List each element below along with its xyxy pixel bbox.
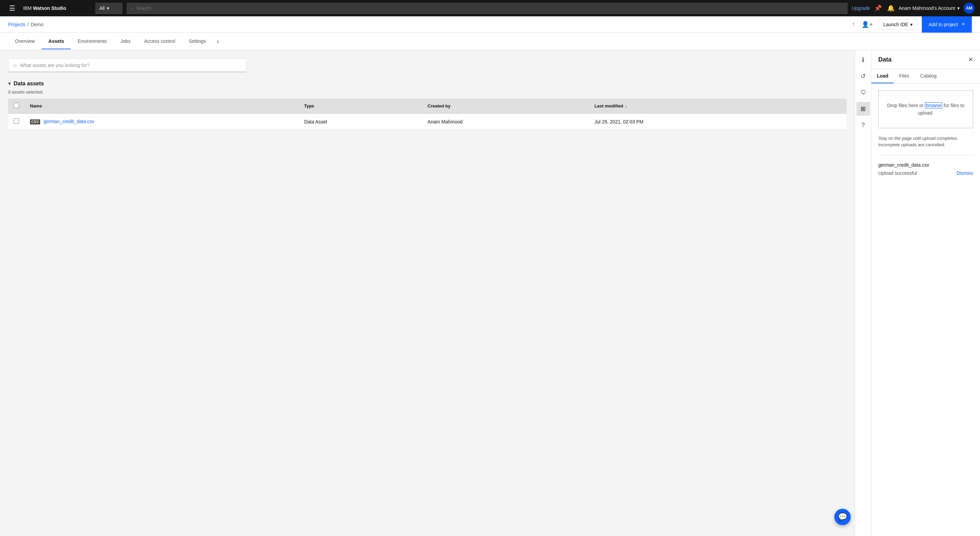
side-icon-bar: ℹ ↺ 🗨 ⊞ ? [855,50,871,536]
main-tabs: Overview Assets Environments Jobs Access… [0,33,980,50]
plus-icon: + [961,21,965,28]
add-collaborator-button[interactable]: 👤+ [860,19,874,30]
asset-search-input[interactable] [20,63,241,68]
sub-header: Projects / Demo ↑ 👤+ Launch IDE ▾ Add to… [0,16,980,33]
data-panel: Data ✕ Load Files Catalog Drop files her… [871,50,980,536]
tab-jobs[interactable]: Jobs [114,34,137,49]
global-search[interactable]: ⌕ [127,3,848,14]
top-navigation: ☰ IBM Watson Studio All ▾ ⌕ Upgrade 📌 🔔 … [0,0,980,16]
select-all-header [8,98,24,114]
table-row: CSV german_credit_data.csv Data Asset An… [8,114,846,130]
breadcrumb-separator: / [27,22,29,27]
assets-table: Name Type Created by Last modified ↓ [8,98,846,130]
notification-icon[interactable]: 🔔 [887,5,894,12]
upgrade-button[interactable]: Upgrade [852,5,870,11]
uploaded-filename: german_credit_data.csv [878,162,973,168]
add-to-project-button[interactable]: Add to project + [922,16,972,33]
row-actions-cell [807,114,847,130]
breadcrumb-current: Demo [30,22,43,27]
uploaded-file-section: german_credit_data.csv Upload successful… [878,162,973,176]
chevron-down-icon: ▾ [957,5,959,11]
chevron-down-icon: ▾ [910,22,913,27]
dismiss-button[interactable]: Dismiss [956,170,973,176]
account-name: Anam Mahmood's Account [899,5,955,11]
search-icon: ⌕ [130,5,134,11]
account-menu[interactable]: Anam Mahmood's Account ▾ [899,5,959,11]
panel-header: Data ✕ [872,50,980,69]
grid-icon-button[interactable]: ⊞ [856,102,870,116]
section-title: Data assets [14,81,44,87]
panel-tab-files[interactable]: Files [894,69,915,83]
nav-icons: 📌 🔔 [874,5,894,12]
info-icon-button[interactable]: ℹ [856,53,870,67]
csv-badge: CSV [30,119,40,124]
chat-icon: 💬 [838,512,847,522]
help-icon-button[interactable]: ? [856,118,870,132]
asset-search-container[interactable]: ⌕ [8,59,247,72]
all-dropdown[interactable]: All ▾ [95,3,123,14]
launch-ide-button[interactable]: Launch IDE ▾ [878,19,918,30]
sub-header-actions: ↑ 👤+ Launch IDE ▾ Add to project + [850,16,972,33]
app-name: IBM Watson Studio [23,5,66,11]
file-link[interactable]: german_credit_data.csv [43,119,94,124]
tab-access-control[interactable]: Access control [137,34,182,49]
row-last-modified-cell: Jul 29, 2021, 02:03 PM [589,114,807,130]
upload-note: Stay on the page until upload completes.… [878,135,973,155]
avatar[interactable]: AM [964,3,975,14]
main-layout: ⌕ ▾ Data assets 0 assets selected. Name [0,50,980,536]
chevron-down-icon: ▾ [107,5,109,11]
select-all-checkbox[interactable] [14,103,19,108]
tab-settings[interactable]: Settings [182,34,213,49]
hamburger-menu-button[interactable]: ☰ [5,2,19,15]
data-assets-section-header: ▾ Data assets [8,80,846,87]
col-created-by: Created by [422,98,589,114]
breadcrumb: Projects / Demo [8,22,846,27]
row-created-by-cell: Anam Mahmood [422,114,589,130]
assets-count: 0 assets selected. [8,89,846,95]
row-checkbox[interactable] [14,118,19,124]
panel-title: Data [878,56,891,63]
app-brand: IBM Watson Studio [23,5,91,11]
upload-status: Upload successful [878,170,917,176]
search-icon: ⌕ [13,62,17,68]
col-name: Name [24,98,299,114]
panel-close-button[interactable]: ✕ [968,56,973,63]
floating-chat-button[interactable]: 💬 [834,509,851,525]
col-last-modified: Last modified ↓ [589,98,807,114]
search-input[interactable] [136,5,843,11]
panel-body: Drop files here or browse for files to u… [872,84,980,536]
collapse-icon[interactable]: ▾ [8,80,11,87]
tabs-more-icon[interactable]: › [214,33,222,50]
panel-tab-catalog[interactable]: Catalog [915,69,942,83]
table-header: Name Type Created by Last modified ↓ [8,98,846,114]
breadcrumb-projects-link[interactable]: Projects [8,22,25,27]
content-area: ⌕ ▾ Data assets 0 assets selected. Name [0,50,855,536]
row-type-cell: Data Asset [299,114,422,130]
drop-zone[interactable]: Drop files here or browse for files to u… [878,90,973,128]
panel-tab-load[interactable]: Load [872,69,894,83]
history-icon-button[interactable]: ↺ [856,70,870,83]
col-type: Type [299,98,422,114]
browse-link[interactable]: browse [925,102,942,108]
pin-icon[interactable]: 📌 [874,5,882,12]
sort-icon[interactable]: ↓ [624,103,627,109]
upload-button[interactable]: ↑ [850,19,856,29]
tab-environments[interactable]: Environments [71,34,114,49]
tab-assets[interactable]: Assets [41,34,71,49]
row-name-cell: CSV german_credit_data.csv [24,114,299,130]
upload-status-row: Upload successful Dismiss [878,170,973,176]
tab-overview[interactable]: Overview [8,34,41,49]
row-checkbox-cell [8,114,24,130]
comments-icon-button[interactable]: 🗨 [856,86,870,99]
panel-tabs: Load Files Catalog [872,69,980,84]
col-actions [807,98,847,114]
